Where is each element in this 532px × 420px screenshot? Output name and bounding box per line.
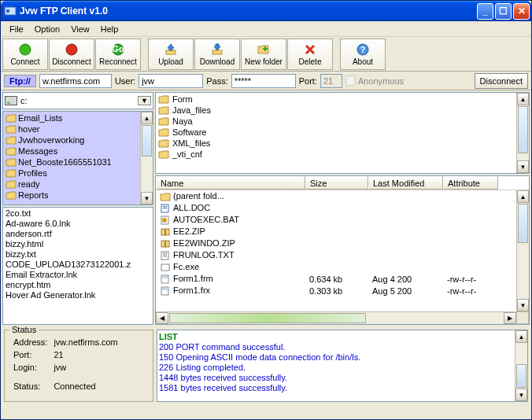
file-item[interactable]: 2co.txt bbox=[4, 208, 152, 219]
folder-item[interactable]: Net_Booste1665551031 bbox=[4, 157, 152, 168]
file-item[interactable]: Hover Ad Generator.lnk bbox=[4, 290, 152, 300]
folder-item[interactable]: Java_files bbox=[157, 105, 528, 116]
svg-rect-22 bbox=[162, 276, 168, 278]
log-line: 226 Listing completed. bbox=[159, 363, 526, 373]
table-row[interactable]: (parent fold... bbox=[156, 190, 529, 202]
anonymous-checkbox[interactable]: Anonymous bbox=[345, 76, 404, 86]
grid-header[interactable]: Name Size Last Modified Attribute bbox=[156, 176, 529, 190]
about-button[interactable]: ?About bbox=[340, 39, 386, 70]
svg-rect-12 bbox=[163, 208, 167, 208]
remote-file-grid[interactable]: Name Size Last Modified Attribute (paren… bbox=[155, 175, 530, 325]
folder-item[interactable]: Form bbox=[157, 94, 528, 105]
delete-button[interactable]: Delete bbox=[287, 39, 333, 70]
col-modified[interactable]: Last Modified bbox=[368, 176, 443, 190]
log-line: 150 Opening ASCII mode data connection f… bbox=[159, 352, 526, 363]
folder-item[interactable]: _vti_cnf bbox=[157, 149, 528, 160]
newfolder-button[interactable]: New folder bbox=[241, 39, 286, 70]
reconnect-button[interactable]: GoReconnect bbox=[95, 39, 141, 70]
connection-bar: Ftp:// User: Pass: Port: Anonymous Disco… bbox=[1, 72, 531, 90]
folder-item[interactable]: Email_Lists bbox=[4, 112, 152, 123]
port-label: Port: bbox=[299, 76, 317, 86]
folder-item[interactable]: XML_files bbox=[157, 138, 528, 149]
folder-item[interactable]: Profiles bbox=[4, 168, 152, 179]
table-row[interactable]: EE2WINDO.ZIP bbox=[156, 238, 529, 249]
table-row[interactable]: EE2.ZIP bbox=[156, 226, 529, 238]
menu-view[interactable]: View bbox=[65, 23, 95, 35]
svg-point-14 bbox=[162, 218, 167, 223]
scrollbar-vertical[interactable]: ▲▼ bbox=[516, 190, 529, 311]
col-size[interactable]: Size bbox=[305, 176, 368, 190]
svg-text:?: ? bbox=[360, 45, 366, 54]
close-button[interactable]: ✕ bbox=[513, 3, 530, 20]
port-input[interactable] bbox=[320, 74, 342, 88]
ftp-protocol-label: Ftp:// bbox=[4, 75, 36, 87]
menu-option[interactable]: Option bbox=[29, 23, 65, 35]
col-name[interactable]: Name bbox=[156, 176, 305, 190]
folder-item[interactable]: Reports bbox=[4, 190, 152, 201]
svg-rect-20 bbox=[161, 264, 169, 271]
user-input[interactable] bbox=[139, 74, 203, 88]
titlebar[interactable]: Jvw FTP Client v1.0 _ ☐ ✕ bbox=[1, 1, 531, 21]
svg-rect-6 bbox=[166, 50, 175, 54]
svg-point-3 bbox=[66, 44, 77, 55]
table-row[interactable]: ALL.DOC bbox=[156, 202, 529, 214]
folder-item[interactable]: ready bbox=[4, 179, 152, 190]
maximize-button[interactable]: ☐ bbox=[495, 3, 512, 20]
connect-button[interactable]: Connect bbox=[2, 39, 48, 70]
file-item[interactable]: encrypt.htm bbox=[4, 280, 152, 290]
chevron-down-icon[interactable]: ▼ bbox=[138, 96, 151, 105]
local-folder-list[interactable]: Email_ListshoverJvwhoverworkingMessagesN… bbox=[2, 111, 153, 205]
svg-rect-11 bbox=[163, 206, 167, 207]
folder-item[interactable]: Messages bbox=[4, 146, 152, 157]
file-item[interactable]: anderson.rtf bbox=[4, 229, 152, 239]
folder-item[interactable]: Naya bbox=[157, 116, 528, 127]
folder-item[interactable]: hover bbox=[4, 123, 152, 134]
drive-selector[interactable]: c: ▼ bbox=[2, 92, 153, 109]
table-row[interactable]: FRUNLOG.TXT bbox=[156, 249, 529, 261]
minimize-button[interactable]: _ bbox=[477, 3, 493, 20]
scrollbar-vertical[interactable]: ▲▼ bbox=[516, 93, 529, 173]
pass-label: Pass: bbox=[206, 76, 228, 86]
menu-file[interactable]: File bbox=[4, 23, 29, 35]
svg-rect-1 bbox=[6, 9, 9, 13]
file-item[interactable]: Email Extractor.lnk bbox=[4, 270, 152, 280]
table-row[interactable]: Form1.frm0.634 kbAug 4 200-rw-r--r- bbox=[156, 273, 529, 285]
file-item[interactable]: bizzy.txt bbox=[4, 249, 152, 260]
remote-folder-list[interactable]: FormJava_filesNayaSoftwareXML_files_vti_… bbox=[155, 92, 530, 174]
col-attribute[interactable]: Attribute bbox=[443, 176, 498, 190]
upload-button[interactable]: Upload bbox=[148, 39, 194, 70]
pass-input[interactable] bbox=[231, 74, 296, 88]
svg-rect-16 bbox=[164, 229, 166, 235]
download-button[interactable]: Download bbox=[194, 39, 240, 70]
window-title: Jvw FTP Client v1.0 bbox=[20, 6, 477, 17]
log-line: 1448 bytes received successfully. bbox=[159, 373, 526, 383]
toolbar: Connect Disconnect GoReconnect Upload Do… bbox=[1, 37, 531, 72]
svg-rect-24 bbox=[162, 288, 168, 290]
log-panel[interactable]: LIST200 PORT command successful.150 Open… bbox=[157, 330, 528, 402]
host-input[interactable] bbox=[39, 74, 112, 88]
local-file-list[interactable]: 2co.txtAd-aware 6.0.lnkanderson.rtfbizzy… bbox=[2, 207, 153, 325]
user-label: User: bbox=[115, 76, 135, 86]
status-legend: Status bbox=[9, 325, 39, 334]
scrollbar-vertical[interactable]: ▲▼ bbox=[140, 112, 153, 204]
disconnect-bar-button[interactable]: Disconnect bbox=[475, 73, 528, 89]
scrollbar-horizontal[interactable]: ◀▶ bbox=[156, 311, 516, 324]
scrollbar-vertical[interactable]: ▲▼ bbox=[515, 330, 527, 401]
folder-item[interactable]: Software bbox=[157, 127, 528, 138]
file-item[interactable]: Ad-aware 6.0.lnk bbox=[4, 219, 152, 229]
table-row[interactable]: Form1.frx0.303 kbAug 5 200-rw-r--r- bbox=[156, 285, 529, 297]
menu-help[interactable]: Help bbox=[95, 23, 124, 35]
drive-icon bbox=[5, 96, 17, 105]
status-panel: Status Address:jvw.netfirms.com Port:21 … bbox=[4, 330, 153, 402]
app-icon bbox=[4, 5, 17, 17]
table-row[interactable]: AUTOEXEC.BAT bbox=[156, 214, 529, 226]
disconnect-button[interactable]: Disconnect bbox=[49, 39, 94, 70]
svg-text:Go: Go bbox=[112, 44, 124, 53]
app-window: Jvw FTP Client v1.0 _ ☐ ✕ File Option Vi… bbox=[0, 0, 532, 420]
log-line: 1581 bytes received successfully. bbox=[159, 383, 526, 393]
table-row[interactable]: Fc.exe bbox=[156, 261, 529, 273]
file-item[interactable]: bizzy.html bbox=[4, 239, 152, 249]
file-item[interactable]: CODE_UPLOAD13273122001.z bbox=[4, 260, 152, 270]
log-line: 200 PORT command successful. bbox=[159, 342, 526, 352]
folder-item[interactable]: Jvwhoverworking bbox=[4, 134, 152, 146]
